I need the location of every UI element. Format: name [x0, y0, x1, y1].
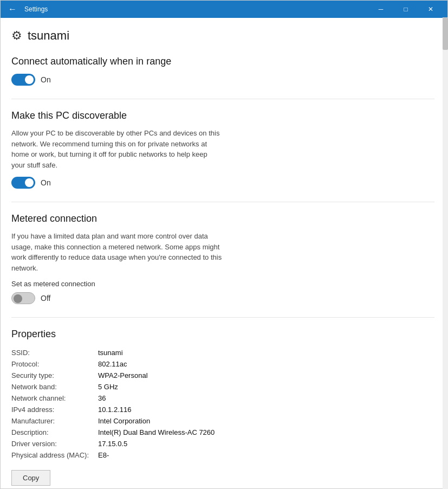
metered-subsection-label: Set as metered connection	[11, 280, 434, 288]
property-value-mac: E8-	[98, 451, 109, 459]
metered-title: Metered connection	[11, 213, 434, 224]
metered-toggle-row: Off	[11, 292, 434, 304]
maximize-button[interactable]: □	[393, 1, 418, 18]
property-value-driver: 17.15.0.5	[98, 440, 127, 448]
property-row-protocol: Protocol: 802.11ac	[11, 360, 434, 368]
discoverable-toggle[interactable]	[11, 177, 35, 189]
metered-toggle-label: Off	[41, 294, 50, 303]
property-key-ipv4: IPv4 address:	[11, 406, 98, 414]
property-key-channel: Network channel:	[11, 394, 98, 402]
property-value-ssid: tsunami	[98, 349, 123, 357]
property-row-driver: Driver version: 17.15.0.5	[11, 440, 434, 448]
property-key-description: Description:	[11, 428, 98, 436]
gear-icon: ⚙	[11, 29, 22, 43]
property-value-protocol: 802.11ac	[98, 360, 127, 368]
title-bar: ← Settings ─ □ ✕	[1, 1, 447, 18]
close-button[interactable]: ✕	[418, 1, 443, 18]
discoverable-section: Make this PC discoverable Allow your PC …	[11, 110, 434, 189]
property-key-driver: Driver version:	[11, 440, 98, 448]
property-key-mac: Physical address (MAC):	[11, 451, 98, 459]
discoverable-toggle-row: On	[11, 177, 434, 189]
property-value-manufacturer: Intel Corporation	[98, 417, 150, 425]
divider-3	[11, 317, 434, 318]
property-key-ssid: SSID:	[11, 349, 98, 357]
content-area: ⚙ tsunami Connect automatically when in …	[1, 18, 447, 488]
property-row-mac: Physical address (MAC): E8-	[11, 451, 434, 459]
page-header: ⚙ tsunami	[11, 29, 434, 43]
property-value-security: WPA2-Personal	[98, 371, 148, 379]
property-key-security: Security type:	[11, 371, 98, 379]
window-controls: ─ □ ✕	[368, 1, 443, 18]
scrollbar[interactable]	[443, 17, 448, 489]
auto-connect-title: Connect automatically when in range	[11, 56, 434, 67]
auto-connect-toggle-row: On	[11, 74, 434, 86]
metered-description: If you have a limited data plan and want…	[11, 231, 223, 273]
discoverable-title: Make this PC discoverable	[11, 110, 434, 121]
properties-section: Properties SSID: tsunami Protocol: 802.1…	[11, 329, 434, 486]
divider-2	[11, 202, 434, 202]
title-bar-title: Settings	[22, 5, 368, 13]
metered-toggle[interactable]	[11, 292, 35, 304]
property-row-description: Description: Intel(R) Dual Band Wireless…	[11, 428, 434, 436]
auto-connect-toggle[interactable]	[11, 74, 35, 86]
copy-button[interactable]: Copy	[11, 470, 50, 486]
back-button[interactable]: ←	[5, 2, 20, 16]
property-row-security: Security type: WPA2-Personal	[11, 371, 434, 379]
property-key-band: Network band:	[11, 383, 98, 391]
property-row-ssid: SSID: tsunami	[11, 349, 434, 357]
property-value-channel: 36	[98, 394, 106, 402]
discoverable-toggle-label: On	[41, 178, 51, 187]
minimize-button[interactable]: ─	[368, 1, 393, 18]
property-row-channel: Network channel: 36	[11, 394, 434, 402]
page-title: tsunami	[28, 29, 69, 43]
property-row-band: Network band: 5 GHz	[11, 383, 434, 391]
property-value-description: Intel(R) Dual Band Wireless-AC 7260	[98, 428, 215, 436]
properties-title: Properties	[11, 329, 434, 340]
metered-section: Metered connection If you have a limited…	[11, 213, 434, 304]
property-key-protocol: Protocol:	[11, 360, 98, 368]
discoverable-description: Allow your PC to be discoverable by othe…	[11, 128, 223, 170]
property-row-manufacturer: Manufacturer: Intel Corporation	[11, 417, 434, 425]
auto-connect-section: Connect automatically when in range On	[11, 56, 434, 86]
auto-connect-toggle-label: On	[41, 75, 51, 84]
property-key-manufacturer: Manufacturer:	[11, 417, 98, 425]
scrollbar-thumb[interactable]	[443, 17, 448, 50]
property-value-ipv4: 10.1.2.116	[98, 406, 131, 414]
divider-1	[11, 99, 434, 99]
property-row-ipv4: IPv4 address: 10.1.2.116	[11, 406, 434, 414]
property-value-band: 5 GHz	[98, 383, 118, 391]
